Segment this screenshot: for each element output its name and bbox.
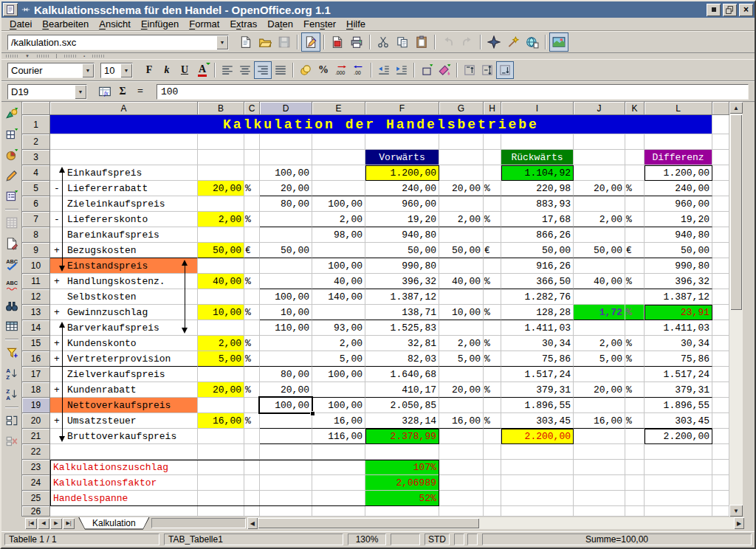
hscroll-left-icon[interactable]: ◀ bbox=[247, 517, 258, 529]
cell-J11[interactable]: 40,00 bbox=[574, 274, 625, 289]
name-box-dropdown-icon[interactable]: ▼ bbox=[75, 85, 86, 99]
cell-overflow-4[interactable] bbox=[712, 165, 729, 181]
sheet-tab-kalkulation[interactable]: Kalkulation bbox=[78, 517, 150, 530]
cell-D24[interactable] bbox=[260, 475, 312, 491]
cell-J7[interactable]: 2,00 bbox=[574, 212, 625, 227]
cell-G19[interactable] bbox=[439, 398, 484, 413]
cell-I10[interactable]: 916,26 bbox=[501, 258, 574, 274]
cell-B11[interactable]: 40,00 bbox=[198, 274, 244, 289]
vscroll-up-icon[interactable]: ▲ bbox=[729, 102, 743, 114]
cell-A22[interactable] bbox=[50, 444, 198, 460]
cell-K23[interactable] bbox=[625, 460, 645, 475]
row-header-20[interactable]: 20 bbox=[22, 413, 50, 429]
cell-L18[interactable]: 379,31 bbox=[645, 382, 712, 398]
cell-F23[interactable]: 107% bbox=[365, 460, 439, 475]
cell-H8[interactable] bbox=[484, 227, 501, 243]
cell-L5[interactable]: 240,00 bbox=[645, 181, 712, 196]
cell-K12[interactable] bbox=[625, 289, 645, 305]
align-left-button[interactable] bbox=[219, 61, 236, 79]
insert-object-button[interactable] bbox=[2, 145, 21, 165]
cell-K18[interactable]: % bbox=[625, 382, 645, 398]
cell-D23[interactable] bbox=[260, 460, 312, 475]
cell-B2[interactable] bbox=[198, 134, 244, 150]
cell-C6[interactable] bbox=[244, 196, 260, 212]
cell-A23[interactable]: Kalkulationszuschlag bbox=[50, 460, 198, 475]
cell-H5[interactable]: % bbox=[484, 181, 501, 196]
cell-C25[interactable] bbox=[244, 491, 260, 506]
cell-K16[interactable]: % bbox=[625, 351, 645, 367]
cell-E17[interactable]: 100,00 bbox=[312, 367, 365, 382]
cell-E8[interactable]: 98,00 bbox=[312, 227, 365, 243]
status-zoom[interactable]: 130% bbox=[348, 534, 386, 545]
cell-I18[interactable]: 379,31 bbox=[501, 382, 574, 398]
cell-overflow-3[interactable] bbox=[712, 150, 729, 165]
cell-L2[interactable] bbox=[645, 134, 712, 150]
cell-overflow-6[interactable] bbox=[712, 196, 729, 212]
cell-I16[interactable]: 75,86 bbox=[501, 351, 574, 367]
number-percent-button[interactable]: % bbox=[315, 61, 332, 79]
spellcheck-button[interactable]: ABC bbox=[2, 255, 21, 274]
cell-I21[interactable]: 2.200,00 bbox=[501, 429, 574, 444]
cell-F18[interactable]: 410,17 bbox=[365, 382, 439, 398]
cell-I23[interactable] bbox=[501, 460, 574, 475]
cell-D25[interactable] bbox=[260, 491, 312, 506]
cell-L20[interactable]: 303,45 bbox=[645, 413, 712, 429]
insert-cells-button[interactable] bbox=[2, 125, 21, 144]
cell-D21[interactable] bbox=[260, 429, 312, 444]
form-functions-button[interactable] bbox=[2, 187, 21, 206]
row-header-2[interactable]: 2 bbox=[22, 134, 50, 150]
cell-G15[interactable]: 2,00 bbox=[439, 336, 484, 351]
cell-H14[interactable] bbox=[484, 320, 501, 336]
cell-D16[interactable] bbox=[260, 351, 312, 367]
cell-I2[interactable] bbox=[501, 134, 574, 150]
column-header-I[interactable]: I bbox=[501, 102, 574, 115]
cell-C4[interactable] bbox=[244, 165, 260, 181]
cell-L14[interactable]: 1.411,03 bbox=[645, 320, 712, 336]
cell-overflow-2[interactable] bbox=[712, 134, 729, 150]
cell-K26[interactable] bbox=[625, 506, 645, 517]
cell-B24[interactable] bbox=[198, 475, 244, 491]
next-sheet-button[interactable]: ▶ bbox=[50, 518, 62, 529]
cell-F22[interactable] bbox=[365, 444, 439, 460]
cell-H18[interactable]: % bbox=[484, 382, 501, 398]
cell-F16[interactable]: 82,03 bbox=[365, 351, 439, 367]
menu-daten[interactable]: Daten bbox=[262, 18, 298, 30]
autofilter-button[interactable] bbox=[2, 343, 21, 362]
cell-I26[interactable] bbox=[501, 506, 574, 517]
cell-overflow-25[interactable] bbox=[712, 491, 729, 506]
row-header-10[interactable]: 10 bbox=[22, 258, 50, 274]
row-header-22[interactable]: 22 bbox=[22, 444, 50, 460]
sheet-title-cell[interactable]: Kalkulation der Handelsbetriebe bbox=[50, 115, 712, 134]
hscroll-thumb[interactable] bbox=[258, 518, 479, 528]
cell-D5[interactable]: 20,00 bbox=[260, 181, 312, 196]
cell-C8[interactable] bbox=[244, 227, 260, 243]
cell-F17[interactable]: 1.640,68 bbox=[365, 367, 439, 382]
dock-chevron-icon[interactable]: ▼ bbox=[25, 55, 30, 58]
row-header-11[interactable]: 11 bbox=[22, 274, 50, 289]
cell-H6[interactable] bbox=[484, 196, 501, 212]
cell-G24[interactable] bbox=[439, 475, 484, 491]
cell-B12[interactable] bbox=[198, 289, 244, 305]
row-header-17[interactable]: 17 bbox=[22, 367, 50, 382]
cell-D2[interactable] bbox=[260, 134, 312, 150]
cell-A19[interactable]: Nettoverkaufspreis bbox=[50, 398, 198, 413]
row-header-9[interactable]: 9 bbox=[22, 243, 50, 258]
cell-E15[interactable]: 2,00 bbox=[312, 336, 365, 351]
cell-A8[interactable]: Bareinkaufspreis bbox=[50, 227, 198, 243]
cell-G6[interactable] bbox=[439, 196, 484, 212]
cell-D7[interactable] bbox=[260, 212, 312, 227]
cell-L26[interactable] bbox=[645, 506, 712, 517]
cell-H9[interactable]: € bbox=[484, 243, 501, 258]
cell-K8[interactable] bbox=[625, 227, 645, 243]
cell-A25[interactable]: Handelsspanne bbox=[50, 491, 198, 506]
font-name-value[interactable]: Courier bbox=[8, 63, 82, 77]
align-center-button[interactable] bbox=[236, 61, 254, 79]
column-header-C[interactable]: C bbox=[244, 102, 260, 115]
cell-G9[interactable]: 50,00 bbox=[439, 243, 484, 258]
add-decimal-button[interactable]: .000 bbox=[332, 61, 350, 79]
cell-J14[interactable] bbox=[574, 320, 625, 336]
url-input[interactable]: /kalkulation.sxc bbox=[8, 35, 216, 49]
stylist-button[interactable] bbox=[504, 32, 523, 52]
cell-L10[interactable]: 990,80 bbox=[645, 258, 712, 274]
cell-H26[interactable] bbox=[484, 506, 501, 517]
